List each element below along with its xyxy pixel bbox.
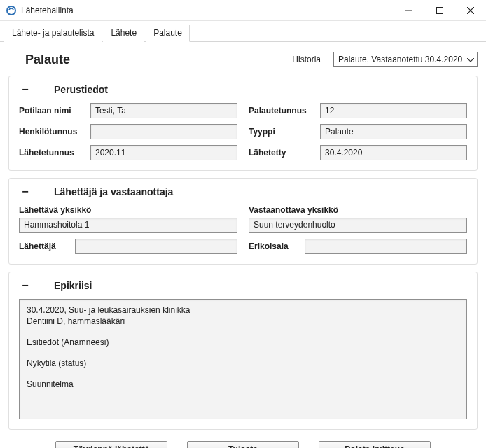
close-button[interactable] bbox=[455, 0, 486, 21]
svg-point-0 bbox=[7, 6, 15, 15]
remove-ack-button[interactable]: Poista kuittaus bbox=[319, 441, 431, 448]
panel-basic-info: − Perustiedot Potilaan nimi Testi, Ta Pa… bbox=[8, 76, 478, 171]
label-specialty: Erikoisala bbox=[249, 241, 305, 251]
epikriisi-line: Suunnitelma bbox=[27, 379, 459, 389]
value-sent: 30.4.2020 bbox=[320, 145, 467, 160]
epikriisi-line: Esitiedot (Anamneesi) bbox=[27, 337, 459, 347]
label-ssn: Henkilötunnus bbox=[19, 127, 90, 136]
panel-epikriisi: − Epikriisi 30.4.2020, Suu- ja leukasair… bbox=[8, 272, 478, 430]
panel-title-epikriisi: Epikriisi bbox=[54, 280, 92, 291]
page-title: Palaute bbox=[25, 52, 292, 67]
collapse-icon[interactable]: − bbox=[19, 83, 32, 96]
supplement-button[interactable]: Täydennä lähetettä bbox=[55, 441, 167, 448]
minimize-button[interactable] bbox=[394, 0, 424, 21]
tab-feedback[interactable]: Palaute bbox=[146, 24, 190, 42]
window-title: Lähetehallinta bbox=[21, 6, 394, 15]
action-button-row: Täydennä lähetettä Tulosta Poista kuitta… bbox=[8, 437, 478, 448]
label-sent: Lähetetty bbox=[249, 148, 320, 158]
titlebar: Lähetehallinta bbox=[0, 0, 486, 21]
collapse-icon[interactable]: − bbox=[19, 186, 32, 198]
value-referral-id: 2020.11 bbox=[90, 145, 237, 160]
history-select[interactable]: Palaute, Vastaanotettu 30.4.2020 bbox=[333, 52, 478, 67]
value-feedback-id: 12 bbox=[320, 103, 467, 118]
epikriisi-line: Nykytila (status) bbox=[27, 358, 459, 368]
panel-title-basic: Perustiedot bbox=[54, 84, 108, 95]
label-feedback-id: Palautetunnus bbox=[249, 106, 320, 115]
label-sender: Lähettäjä bbox=[19, 241, 75, 251]
maximize-button[interactable] bbox=[424, 0, 455, 21]
label-referral-id: Lähetetunnus bbox=[19, 148, 90, 158]
print-button[interactable]: Tulosta bbox=[187, 441, 299, 448]
epikriisi-line: 30.4.2020, Suu- ja leukasairauksien klin… bbox=[27, 305, 459, 315]
label-receiving-unit: Vastaanottava yksikkö bbox=[249, 205, 467, 215]
svg-rect-2 bbox=[437, 7, 443, 13]
panel-title-sender: Lähettäjä ja vastaanottaja bbox=[54, 186, 173, 197]
tab-list[interactable]: Lähete- ja palautelista bbox=[4, 24, 102, 42]
history-label: Historia bbox=[292, 55, 321, 64]
value-sending-unit: Hammashoitola 1 bbox=[19, 218, 237, 233]
value-patient-name: Testi, Ta bbox=[90, 103, 237, 118]
value-ssn bbox=[90, 124, 237, 139]
app-icon bbox=[6, 5, 17, 16]
tab-referral[interactable]: Lähete bbox=[103, 24, 144, 42]
value-sender bbox=[75, 239, 237, 254]
label-patient-name: Potilaan nimi bbox=[19, 106, 90, 115]
tab-row: Lähete- ja palautelista Lähete Palaute bbox=[0, 21, 486, 42]
label-type: Tyyppi bbox=[249, 127, 320, 136]
epikriisi-line: Dentiini D, hammaslääkäri bbox=[27, 316, 459, 326]
label-sending-unit: Lähettävä yksikkö bbox=[19, 205, 237, 215]
panel-sender-receiver: − Lähettäjä ja vastaanottaja Lähettävä y… bbox=[8, 178, 478, 265]
chevron-down-icon bbox=[467, 56, 474, 64]
value-specialty bbox=[305, 239, 467, 254]
value-type: Palaute bbox=[320, 124, 467, 139]
window-controls bbox=[394, 0, 486, 21]
epikriisi-text: 30.4.2020, Suu- ja leukasairauksien klin… bbox=[19, 299, 467, 419]
value-receiving-unit: Suun terveydenhuolto bbox=[249, 218, 467, 233]
collapse-icon[interactable]: − bbox=[19, 279, 32, 292]
history-selected-value: Palaute, Vastaanotettu 30.4.2020 bbox=[338, 55, 462, 64]
